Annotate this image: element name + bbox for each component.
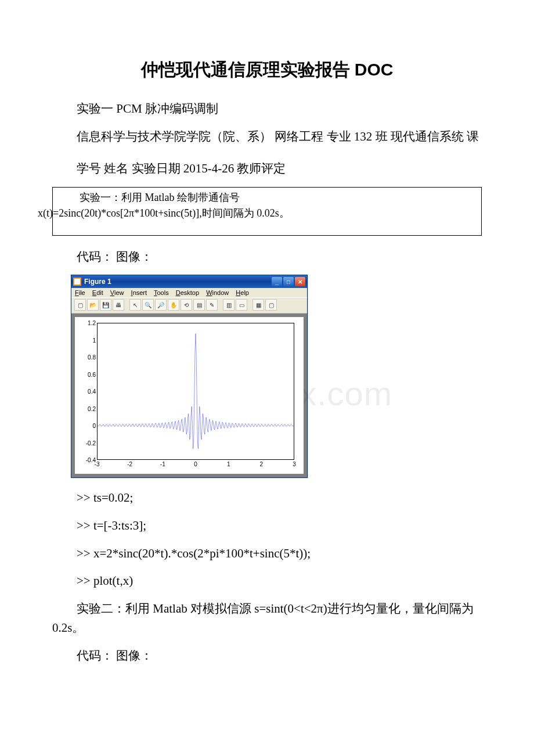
save-icon[interactable]: 💾 bbox=[100, 299, 111, 311]
brush-icon[interactable]: ✎ bbox=[206, 299, 218, 311]
menu-file[interactable]: File bbox=[75, 289, 85, 296]
maximize-button[interactable]: □ bbox=[283, 277, 294, 286]
xtick: 1 bbox=[227, 461, 230, 467]
ytick: 1 bbox=[78, 337, 96, 343]
figure-title: Figure 1 bbox=[84, 278, 270, 286]
code-line-2: >> t=[-3:ts:3]; bbox=[52, 516, 482, 536]
xtick: 0 bbox=[194, 461, 197, 467]
menu-edit[interactable]: Edit bbox=[92, 289, 103, 296]
menu-insert[interactable]: Insert bbox=[131, 289, 147, 296]
menu-view[interactable]: View bbox=[110, 289, 124, 296]
box-line-1: 实验一：利用 Matlab 绘制带通信号 bbox=[80, 192, 240, 203]
course-info: 信息科学与技术学院学院（院、系） 网络工程 专业 132 班 现代通信系统 课 bbox=[52, 127, 482, 147]
toolbar-separator bbox=[219, 299, 222, 309]
code-line-1: >> ts=0.02; bbox=[52, 488, 482, 508]
xtick: -3 bbox=[95, 461, 100, 467]
code-line-4: >> plot(t,x) bbox=[52, 571, 482, 591]
toolbar-separator bbox=[125, 299, 128, 309]
problem-box: 实验一：利用 Matlab 绘制带通信号 x(t)=2sinc(20t)*cos… bbox=[52, 187, 482, 236]
toolbar-separator bbox=[248, 299, 251, 309]
print-icon[interactable]: 🖶 bbox=[113, 299, 124, 311]
code-image-label-1: 代码： 图像： bbox=[52, 247, 482, 267]
xtick: -1 bbox=[160, 461, 165, 467]
xtick: -2 bbox=[127, 461, 132, 467]
matlab-figure-window: Figure 1 _ □ ✕ File Edit View Insert Too… bbox=[71, 275, 308, 478]
menu-tools[interactable]: Tools bbox=[154, 289, 169, 296]
ytick: 0 bbox=[78, 423, 96, 429]
figure-menubar[interactable]: File Edit View Insert Tools Desktop Wind… bbox=[71, 288, 307, 297]
axes bbox=[97, 323, 294, 460]
subplot-icon[interactable]: ▦ bbox=[252, 299, 264, 311]
colorbar-icon[interactable]: ▥ bbox=[223, 299, 234, 311]
menu-desktop[interactable]: Desktop bbox=[176, 289, 199, 296]
menu-help[interactable]: Help bbox=[236, 289, 249, 296]
figure-titlebar[interactable]: Figure 1 _ □ ✕ bbox=[71, 275, 307, 288]
ytick: 0.8 bbox=[78, 354, 96, 361]
axes-icon[interactable]: ▢ bbox=[265, 299, 277, 311]
experiment-subtitle: 实验一 PCM 脉冲编码调制 bbox=[52, 99, 482, 119]
figure-plot-container: 1.2 1 0.8 0.6 0.4 0.2 0 -0.2 -0.4 -3 -2 … bbox=[71, 314, 307, 477]
ytick: -0.4 bbox=[78, 457, 96, 463]
ytick: 0.2 bbox=[78, 405, 96, 412]
rotate-icon[interactable]: ⟲ bbox=[181, 299, 192, 311]
box-line-2: x(t)=2sinc(20t)*cos[2π*100t+sinc(5t)],时间… bbox=[38, 206, 290, 221]
code-image-label-2: 代码： 图像： bbox=[52, 646, 482, 666]
figure-toolbar: ▢ 📂 💾 🖶 ↖ 🔍 🔎 ✋ ⟲ ▤ ✎ ▥ ▭ ▦ ▢ bbox=[71, 297, 307, 314]
close-button[interactable]: ✕ bbox=[295, 277, 305, 286]
page-title: 仲恺现代通信原理实验报告 DOC bbox=[52, 58, 482, 82]
zoom-in-icon[interactable]: 🔍 bbox=[142, 299, 154, 311]
matlab-icon bbox=[73, 278, 81, 286]
new-file-icon[interactable]: ▢ bbox=[74, 299, 86, 311]
code-line-3: >> x=2*sinc(20*t).*cos(2*pi*100*t+sinc(5… bbox=[52, 544, 482, 564]
pointer-icon[interactable]: ↖ bbox=[129, 299, 141, 311]
datacursor-icon[interactable]: ▤ bbox=[193, 299, 205, 311]
minimize-button[interactable]: _ bbox=[272, 277, 282, 286]
experiment-2-desc: 实验二：利用 Matlab 对模拟信源 s=sint(0<t<2π)进行均匀量化… bbox=[52, 599, 482, 638]
signal-plot bbox=[98, 323, 294, 459]
zoom-out-icon[interactable]: 🔎 bbox=[155, 299, 167, 311]
student-info: 学号 姓名 实验日期 2015-4-26 教师评定 bbox=[52, 159, 482, 179]
ytick: 1.2 bbox=[78, 320, 96, 326]
ytick: -0.2 bbox=[78, 440, 96, 446]
open-icon[interactable]: 📂 bbox=[87, 299, 99, 311]
pan-icon[interactable]: ✋ bbox=[168, 299, 179, 311]
ytick: 0.4 bbox=[78, 388, 96, 395]
legend-icon[interactable]: ▭ bbox=[236, 299, 247, 311]
xtick: 2 bbox=[260, 461, 264, 467]
xtick: 3 bbox=[293, 461, 296, 467]
ytick: 0.6 bbox=[78, 371, 96, 377]
menu-window[interactable]: Window bbox=[206, 289, 229, 296]
plot-area[interactable]: 1.2 1 0.8 0.6 0.4 0.2 0 -0.2 -0.4 -3 -2 … bbox=[75, 317, 304, 474]
